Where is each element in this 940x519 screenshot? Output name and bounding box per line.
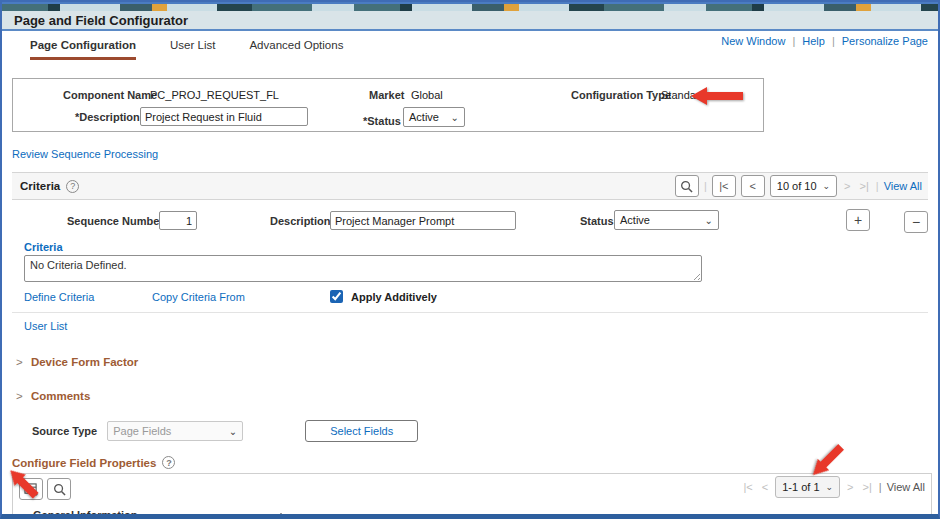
add-row-button[interactable]: + xyxy=(846,209,870,231)
previous-page-button[interactable]: < xyxy=(741,175,765,197)
apply-additively-checkbox[interactable] xyxy=(330,290,343,303)
personalize-grid-button[interactable] xyxy=(19,478,43,500)
source-type-select: Page Fields ⌄ xyxy=(107,421,243,441)
criteria-pager: | |< < 10 of 10 ⌄ > >| | View All xyxy=(675,175,922,197)
divider xyxy=(12,312,928,313)
seq-status-label: Status xyxy=(580,215,614,227)
help-icon[interactable]: ? xyxy=(66,180,79,193)
pager-separator: | xyxy=(876,180,879,192)
view-all-link[interactable]: View All xyxy=(884,180,922,192)
tab-bar: New Window | Help | Personalize Page Pag… xyxy=(2,31,938,64)
chevron-right-icon: > xyxy=(16,390,23,402)
search-icon xyxy=(53,483,66,496)
chevron-down-icon: ⌄ xyxy=(229,426,237,437)
configure-field-properties-grid: |< < 1-1 of 1 ⌄ > >| | View All General … xyxy=(12,473,932,519)
delete-row-button[interactable]: − xyxy=(904,211,928,233)
page-and-field-configurator-window: Page and Field Configurator New Window |… xyxy=(0,0,940,519)
component-name-label: Component Name xyxy=(63,89,157,101)
description-label: *Description xyxy=(75,111,140,123)
row-range-select[interactable]: 1-1 of 1 ⌄ xyxy=(775,476,840,498)
next-page-button[interactable]: > xyxy=(845,481,855,493)
help-link[interactable]: Help xyxy=(802,35,825,47)
first-page-button[interactable]: |< xyxy=(712,175,736,197)
grid-settings-icon xyxy=(24,483,38,496)
grid-search-button[interactable] xyxy=(47,478,71,500)
previous-page-button[interactable]: < xyxy=(760,481,770,493)
tab-technical-details[interactable]: Technical Details xyxy=(168,512,251,519)
search-icon xyxy=(680,180,693,193)
new-window-link[interactable]: New Window xyxy=(721,35,785,47)
select-fields-button[interactable]: Select Fields xyxy=(305,420,418,442)
market-label: Market xyxy=(369,89,404,101)
tab-page-configuration[interactable]: Page Configuration xyxy=(30,39,136,60)
first-page-button[interactable]: |< xyxy=(742,481,755,493)
source-type-label: Source Type xyxy=(32,425,97,437)
criteria-group: Criteria No Criteria Defined. xyxy=(24,241,702,282)
tab-overflow-icon: ▸ xyxy=(284,512,289,519)
seq-description-label: Description xyxy=(270,215,331,227)
source-type-row: Source Type Page Fields ⌄ Select Fields xyxy=(32,420,928,442)
grid-view-all-link[interactable]: View All xyxy=(887,481,925,493)
tab-overflow-bar xyxy=(280,513,282,519)
review-sequence-processing-link[interactable]: Review Sequence Processing xyxy=(12,148,158,160)
chevron-down-icon: ⌄ xyxy=(705,215,713,226)
grid-tabs: General Information Technical Details ▸ xyxy=(13,504,931,519)
links-separator: | xyxy=(792,35,795,47)
last-page-button[interactable]: >| xyxy=(858,180,871,192)
criteria-group-label: Criteria xyxy=(24,241,702,253)
apply-additively-label: Apply Additively xyxy=(351,291,437,303)
pager-separator: | xyxy=(704,180,707,192)
show-following-tabs-button[interactable]: ▸ xyxy=(280,512,289,519)
grid-pager: |< < 1-1 of 1 ⌄ > >| | View All xyxy=(742,476,925,498)
criteria-section-title: Criteria xyxy=(20,180,60,192)
seq-status-select[interactable]: Active ⌄ xyxy=(614,210,719,230)
theme-banner xyxy=(2,2,938,11)
links-separator: | xyxy=(832,35,835,47)
configuration-type-value: Standard xyxy=(661,89,706,101)
define-criteria-link[interactable]: Define Criteria xyxy=(24,291,152,303)
market-value: Global xyxy=(411,89,443,101)
device-form-factor-section[interactable]: > Device Form Factor xyxy=(16,356,928,368)
pager-separator: | xyxy=(879,481,882,493)
page-title: Page and Field Configurator xyxy=(14,13,188,28)
sequence-number-label: Sequence Number xyxy=(67,215,164,227)
comments-section[interactable]: > Comments xyxy=(16,390,928,402)
chevron-down-icon: ⌄ xyxy=(826,482,834,492)
resize-handle-icon[interactable] xyxy=(691,271,700,280)
chevron-right-icon: > xyxy=(16,356,23,368)
description-input[interactable] xyxy=(140,107,308,126)
page-range-select[interactable]: 10 of 10 ⌄ xyxy=(770,175,837,197)
sequence-row: Sequence Number Description Status Activ… xyxy=(12,209,928,235)
personalize-page-link[interactable]: Personalize Page xyxy=(842,35,928,47)
configuration-type-label: Configuration Type xyxy=(571,89,671,101)
criteria-textarea[interactable]: No Criteria Defined. xyxy=(24,255,702,282)
criteria-links-row: Define Criteria Copy Criteria From Apply… xyxy=(24,290,928,303)
status-select[interactable]: Active ⌄ xyxy=(403,107,465,127)
configure-field-properties-title: Configure Field Properties ? xyxy=(12,456,928,469)
page-header: Page and Field Configurator xyxy=(2,11,938,31)
tab-user-list[interactable]: User List xyxy=(170,39,215,60)
utility-links: New Window | Help | Personalize Page xyxy=(721,35,928,47)
tab-general-information[interactable]: General Information xyxy=(33,509,138,519)
chevron-down-icon: ⌄ xyxy=(451,112,459,123)
tab-advanced-options[interactable]: Advanced Options xyxy=(249,39,343,60)
search-button[interactable] xyxy=(675,175,699,197)
next-page-button[interactable]: > xyxy=(842,180,852,192)
component-name-value: PC_PROJ_REQUEST_FL xyxy=(150,89,279,101)
last-page-button[interactable]: >| xyxy=(861,481,874,493)
status-label: *Status xyxy=(363,115,401,127)
chevron-down-icon: ⌄ xyxy=(823,181,831,191)
help-icon[interactable]: ? xyxy=(162,456,175,469)
user-list-link[interactable]: User List xyxy=(24,320,67,332)
sequence-number-input[interactable] xyxy=(159,211,197,230)
seq-description-input[interactable] xyxy=(330,211,516,230)
copy-criteria-from-link[interactable]: Copy Criteria From xyxy=(152,291,312,303)
criteria-section-bar: Criteria ? | |< < 10 of 10 ⌄ > >| | View… xyxy=(12,172,928,200)
grid-toolbar: |< < 1-1 of 1 ⌄ > >| | View All xyxy=(13,474,931,504)
component-info-box: Component Name PC_PROJ_REQUEST_FL Market… xyxy=(12,78,764,132)
